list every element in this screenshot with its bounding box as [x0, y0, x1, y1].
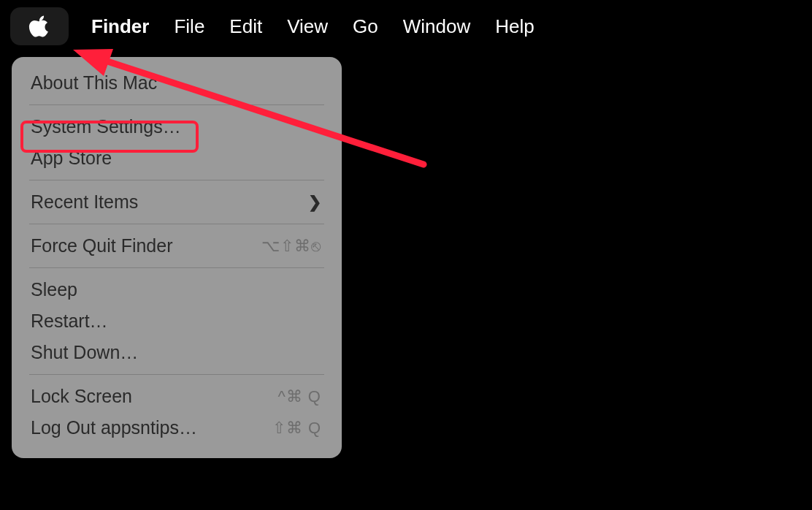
menubar-item-file[interactable]: File	[161, 0, 217, 53]
menu-item-log-out[interactable]: Log Out appsntips… ⇧⌘ Q	[12, 412, 342, 444]
menu-item-label: System Settings…	[31, 116, 321, 137]
menubar-item-finder[interactable]: Finder	[79, 0, 161, 53]
menu-item-label: Lock Screen	[31, 386, 277, 407]
menu-item-label: Recent Items	[31, 191, 308, 213]
menu-item-system-settings[interactable]: System Settings…	[12, 111, 342, 142]
menu-item-label: Shut Down…	[31, 342, 321, 363]
menu-separator	[29, 224, 324, 224]
chevron-right-icon: ❯	[308, 193, 321, 212]
menubar: Finder File Edit View Go Window Help	[0, 0, 812, 53]
menu-separator	[29, 267, 324, 268]
menu-item-app-store[interactable]: App Store	[12, 142, 342, 174]
menu-item-about-this-mac[interactable]: About This Mac	[12, 67, 342, 99]
menu-separator	[29, 374, 324, 375]
menu-item-sleep[interactable]: Sleep	[12, 274, 342, 305]
apple-menu-dropdown: About This Mac System Settings… App Stor…	[12, 57, 342, 458]
menu-item-label: Log Out appsntips…	[31, 417, 272, 438]
menu-item-label: App Store	[31, 148, 321, 169]
menu-item-label: Force Quit Finder	[31, 235, 261, 256]
menu-item-label: Restart…	[31, 311, 321, 332]
menu-item-lock-screen[interactable]: Lock Screen ^⌘ Q	[12, 381, 342, 412]
menu-separator	[29, 180, 324, 180]
menu-item-label: About This Mac	[31, 72, 321, 94]
menu-item-shortcut: ⌥⇧⌘⎋	[261, 237, 321, 256]
menu-item-shut-down[interactable]: Shut Down…	[12, 337, 342, 368]
apple-logo-icon	[28, 15, 50, 38]
menu-item-shortcut: ^⌘ Q	[277, 387, 321, 406]
menu-item-label: Sleep	[31, 279, 321, 300]
menubar-item-view[interactable]: View	[275, 0, 340, 53]
menubar-item-help[interactable]: Help	[483, 0, 546, 53]
menu-item-shortcut: ⇧⌘ Q	[272, 419, 321, 438]
menubar-item-window[interactable]: Window	[391, 0, 483, 53]
menubar-item-go[interactable]: Go	[340, 0, 391, 53]
menubar-item-edit[interactable]: Edit	[217, 0, 275, 53]
menu-separator	[29, 104, 324, 105]
menu-item-force-quit[interactable]: Force Quit Finder ⌥⇧⌘⎋	[12, 230, 342, 262]
apple-menu-button[interactable]	[10, 7, 69, 45]
menu-item-recent-items[interactable]: Recent Items ❯	[12, 186, 342, 218]
menu-item-restart[interactable]: Restart…	[12, 305, 342, 337]
